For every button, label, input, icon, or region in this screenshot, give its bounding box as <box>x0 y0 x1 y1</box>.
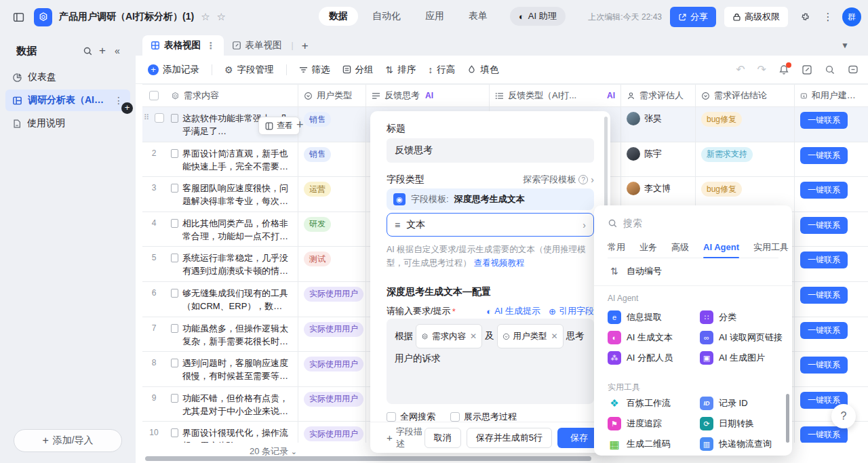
field-chip-user-type[interactable]: 用户类型✕ <box>497 324 564 348</box>
field-type-selector[interactable]: ≡ 文本 › <box>387 213 594 237</box>
add-record-button[interactable]: + 添加记录 <box>148 64 199 76</box>
one-click-contact-button[interactable]: 一键联系 <box>800 182 848 199</box>
field-manage-button[interactable]: ⚙ 字段管理 <box>224 64 274 76</box>
horizontal-scrollbar[interactable] <box>145 456 591 461</box>
sort-button[interactable]: ⇅ 排序 <box>386 64 416 76</box>
sidebar-search-icon[interactable] <box>80 43 95 58</box>
share-button[interactable]: 分享 <box>670 7 716 27</box>
search-icon[interactable] <box>825 64 835 75</box>
one-click-contact-button[interactable]: 一键联系 <box>800 287 848 304</box>
cell-demand-content[interactable]: 相比其他同类产品，价格非常合理，功能却一点不打… <box>182 217 292 243</box>
tab-form-view[interactable]: 表单视图 <box>224 35 290 56</box>
undo-icon[interactable]: ↶ <box>736 63 745 76</box>
record-expand-icon[interactable] <box>171 289 178 298</box>
prompt-textarea[interactable]: 根据需求内容✕及用户类型✕思考用户的诉求 <box>387 319 594 404</box>
view-record-button[interactable]: 查看 <box>258 117 300 135</box>
user-type-tag[interactable]: 销售 <box>304 112 331 127</box>
advanced-permission-button[interactable]: 高级权限 <box>724 7 788 27</box>
column-header-demand[interactable]: 需求内容 <box>165 85 298 107</box>
conclusion-tag[interactable]: 新需求支持 <box>701 147 753 162</box>
ai-assistant-button[interactable]: ◐ AI 助理 <box>510 7 566 26</box>
menu-tab-ai-agent[interactable]: AI Agent <box>703 237 739 258</box>
menu-item-bailian-workflow[interactable]: ❖ 百炼工作流 <box>608 397 671 410</box>
add-import-button[interactable]: +添加/导入 <box>14 429 122 452</box>
conclusion-tag[interactable]: bug修复 <box>701 182 742 197</box>
comment-icon[interactable] <box>848 64 859 75</box>
record-expand-icon[interactable] <box>171 114 178 123</box>
user-type-tag[interactable]: 实际使用用户 <box>304 426 363 441</box>
column-header-contact[interactable]: 和用户建立沟通 <box>795 85 868 107</box>
plugin-icon[interactable] <box>796 8 814 26</box>
menu-item-ai-generate-image[interactable]: ▣ AI 生成图片 <box>700 351 765 365</box>
checkbox-icon[interactable] <box>450 412 460 422</box>
explore-templates-link[interactable]: 探索字段模板 ? › <box>523 174 594 186</box>
sidebar-item-guide[interactable]: 使用说明 <box>5 113 130 134</box>
group-avatar[interactable]: 群 <box>842 7 861 26</box>
save-and-generate-button[interactable]: 保存并生成前5行 <box>467 428 552 448</box>
group-button[interactable]: 分组 <box>342 64 374 76</box>
cell-demand-content[interactable]: 系统运行非常稳定，几乎没有遇到过崩溃或卡顿的情… <box>182 251 292 277</box>
user-type-tag[interactable]: 测试 <box>304 251 331 266</box>
insert-row-button[interactable]: + <box>121 102 133 114</box>
add-field-description-button[interactable]: +字段描述 <box>387 426 425 450</box>
menu-item-qr-code[interactable]: ▦ 生成二维码 <box>608 437 671 451</box>
cell-demand-content[interactable]: 功能不错，但价格有点贵，尤其是对于中小企业来说… <box>182 392 292 418</box>
video-tutorial-link[interactable]: 查看视频教程 <box>473 258 524 268</box>
template-banner[interactable]: ◉ 字段模板: 深度思考生成文本 <box>387 188 594 210</box>
column-header-feedback-thinking[interactable]: 反馈思考 AI <box>366 85 490 107</box>
one-click-contact-button[interactable]: 一键联系 <box>800 217 848 234</box>
column-header-feedback-type[interactable]: 反馈类型（AI打... AI <box>490 85 621 107</box>
user-type-tag[interactable]: 实际使用用户 <box>304 357 363 371</box>
field-chip-demand[interactable]: 需求内容✕ <box>416 324 482 348</box>
favorite-star-icon[interactable]: ☆ <box>217 11 226 23</box>
sidebar-toggle-icon[interactable] <box>9 8 27 26</box>
checkbox-icon[interactable] <box>387 412 396 422</box>
one-click-contact-button[interactable]: 一键联系 <box>800 357 848 374</box>
remove-chip-icon[interactable]: ✕ <box>551 326 558 346</box>
sidebar-item-analysis-table[interactable]: 调研分析表（AI分... ⋮ <box>5 89 130 111</box>
tab-data[interactable]: 数据 <box>319 7 358 26</box>
menu-item-record-id[interactable]: ID 记录 ID <box>700 397 748 410</box>
menu-tab-common[interactable]: 常用 <box>608 237 625 258</box>
star-icon[interactable]: ☆ <box>201 11 210 23</box>
evaluator-cell[interactable]: 陈宇 <box>627 147 662 161</box>
column-header-evaluator[interactable]: 需求评估人 <box>621 85 696 107</box>
menu-item-date-convert[interactable]: ⟳ 日期转换 <box>700 417 754 430</box>
view-more-icon[interactable]: ⋮ <box>206 40 216 51</box>
cell-demand-content[interactable]: 界面设计简洁直观，新手也能快速上手，完全不需要… <box>182 147 292 173</box>
cell-demand-content[interactable]: 界面设计很现代化，操作流畅，用户体验… <box>182 426 292 443</box>
help-circle-icon[interactable]: ? <box>578 175 588 184</box>
sidebar-item-dashboard[interactable]: 仪表盘 <box>5 66 130 88</box>
view-list-chevron-icon[interactable]: ▼ <box>841 41 849 50</box>
menu-search-input[interactable] <box>623 218 778 228</box>
add-view-button[interactable]: + <box>302 39 309 53</box>
record-expand-icon[interactable] <box>171 428 178 437</box>
conclusion-tag[interactable]: bug修复 <box>701 112 742 127</box>
more-menu-icon[interactable]: ⋮ <box>822 11 834 23</box>
record-expand-icon[interactable] <box>171 149 178 158</box>
tab-forms[interactable]: 表单 <box>458 7 498 26</box>
sidebar-add-icon[interactable]: + <box>95 43 110 58</box>
record-expand-icon[interactable] <box>171 219 178 228</box>
user-type-tag[interactable]: 实际使用用户 <box>304 322 363 337</box>
remove-chip-icon[interactable]: ✕ <box>470 326 477 346</box>
menu-tab-advanced[interactable]: 高级 <box>671 237 689 258</box>
column-header-user-type[interactable]: 用户类型 <box>298 85 366 107</box>
one-click-contact-button[interactable]: 一键联系 <box>800 322 848 339</box>
one-click-contact-button[interactable]: 一键联系 <box>800 426 848 443</box>
field-title-input[interactable] <box>387 138 594 163</box>
menu-item-ai-read-link[interactable]: ∞ AI 读取网页链接 <box>700 331 783 344</box>
menu-search[interactable] <box>608 214 778 233</box>
ai-generate-prompt-button[interactable]: ◐AI 生成提示 <box>486 305 540 317</box>
record-expand-icon[interactable] <box>171 254 178 262</box>
menu-tab-utilities[interactable]: 实用工具 <box>753 237 789 258</box>
menu-item-logistics[interactable]: ▥ 快递物流查询 <box>700 437 772 451</box>
help-button[interactable]: ? <box>831 404 856 428</box>
record-expand-icon[interactable] <box>171 324 178 333</box>
record-expand-icon[interactable] <box>171 394 178 403</box>
sidebar-collapse-icon[interactable]: « <box>110 43 125 58</box>
reference-field-button[interactable]: ⊕引用字段 <box>549 305 594 317</box>
one-click-contact-button[interactable]: 一键联系 <box>800 112 848 129</box>
cell-demand-content[interactable]: 够无缝集成我们现有的工具（如CRM、ERP），数… <box>182 287 292 313</box>
one-click-contact-button[interactable]: 一键联系 <box>800 251 848 268</box>
